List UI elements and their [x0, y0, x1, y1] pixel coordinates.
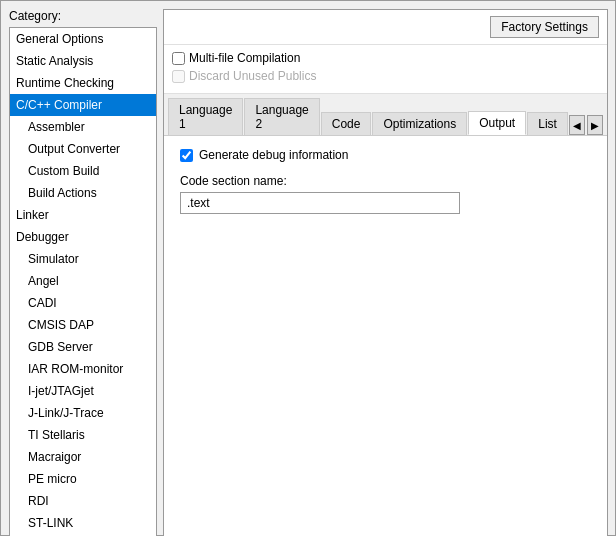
sidebar-item-output-converter[interactable]: Output Converter	[10, 138, 156, 160]
tab-content: Generate debug information Code section …	[164, 136, 607, 536]
code-section-group: Code section name:	[180, 174, 591, 214]
multifile-label: Multi-file Compilation	[189, 51, 300, 65]
sidebar-item-runtime-checking[interactable]: Runtime Checking	[10, 72, 156, 94]
sidebar-item-iar-rom-monitor[interactable]: IAR ROM-monitor	[10, 358, 156, 380]
sidebar-item-debugger[interactable]: Debugger	[10, 226, 156, 248]
generate-debug-checkbox[interactable]	[180, 149, 193, 162]
sidebar-item-rdi[interactable]: RDI	[10, 490, 156, 512]
sidebar-item-build-actions[interactable]: Build Actions	[10, 182, 156, 204]
left-panel: Category: General OptionsStatic Analysis…	[9, 9, 157, 536]
discard-label: Discard Unused Publics	[189, 69, 316, 83]
sidebar-item-custom-build[interactable]: Custom Build	[10, 160, 156, 182]
code-section-input[interactable]	[180, 192, 460, 214]
sidebar-item-cmsis-dap[interactable]: CMSIS DAP	[10, 314, 156, 336]
tab-next-button[interactable]: ▶	[587, 115, 603, 135]
tab-language2[interactable]: Language 2	[244, 98, 319, 135]
multifile-row: Multi-file Compilation	[172, 51, 599, 65]
sidebar-item-i-jet[interactable]: I-jet/JTAGjet	[10, 380, 156, 402]
sidebar-item-pe-micro[interactable]: PE micro	[10, 468, 156, 490]
tab-nav: ◀ ▶	[569, 115, 603, 135]
discard-checkbox[interactable]	[172, 70, 185, 83]
sidebar-item-macraigor[interactable]: Macraigor	[10, 446, 156, 468]
tabs-bar: Language 1Language 2CodeOptimizationsOut…	[164, 94, 607, 136]
sidebar-item-jlink[interactable]: J-Link/J-Trace	[10, 402, 156, 424]
sidebar-item-linker[interactable]: Linker	[10, 204, 156, 226]
sidebar-item-cadi[interactable]: CADI	[10, 292, 156, 314]
sidebar-item-angel[interactable]: Angel	[10, 270, 156, 292]
sidebar-item-assembler[interactable]: Assembler	[10, 116, 156, 138]
sidebar-item-st-link[interactable]: ST-LINK	[10, 512, 156, 534]
tab-code[interactable]: Code	[321, 112, 372, 135]
code-section-field-label: Code section name:	[180, 174, 591, 188]
generate-debug-label: Generate debug information	[199, 148, 348, 162]
tab-optimizations[interactable]: Optimizations	[372, 112, 467, 135]
tab-list[interactable]: List	[527, 112, 568, 135]
tab-prev-button[interactable]: ◀	[569, 115, 585, 135]
sidebar-item-simulator[interactable]: Simulator	[10, 248, 156, 270]
right-top-bar: Factory Settings	[164, 10, 607, 45]
category-label: Category:	[9, 9, 157, 23]
sidebar-item-general-options[interactable]: General Options	[10, 28, 156, 50]
category-tree[interactable]: General OptionsStatic AnalysisRuntime Ch…	[9, 27, 157, 536]
tab-output[interactable]: Output	[468, 111, 526, 135]
discard-row: Discard Unused Publics	[172, 69, 599, 83]
options-area: Multi-file Compilation Discard Unused Pu…	[164, 45, 607, 94]
multifile-checkbox[interactable]	[172, 52, 185, 65]
sidebar-item-ti-stellaris[interactable]: TI Stellaris	[10, 424, 156, 446]
right-panel: Factory Settings Multi-file Compilation …	[163, 9, 608, 536]
factory-settings-button[interactable]: Factory Settings	[490, 16, 599, 38]
generate-debug-row: Generate debug information	[180, 148, 591, 162]
sidebar-item-cpp-compiler[interactable]: C/C++ Compiler	[10, 94, 156, 116]
dialog-content: Category: General OptionsStatic Analysis…	[1, 1, 615, 536]
sidebar-item-gdb-server[interactable]: GDB Server	[10, 336, 156, 358]
tab-language1[interactable]: Language 1	[168, 98, 243, 135]
sidebar-item-static-analysis[interactable]: Static Analysis	[10, 50, 156, 72]
main-dialog: Category: General OptionsStatic Analysis…	[0, 0, 616, 536]
